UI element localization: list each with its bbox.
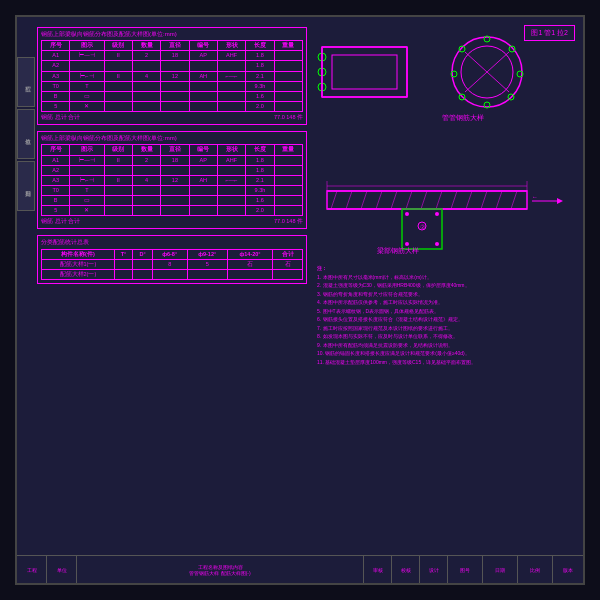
note-8: 8. 如发现本图与实际不符，应及时与设计单位联系，不得修改。 — [317, 333, 573, 341]
note-10: 10. 钢筋的锚固长度和搭接长度应满足设计和规范要求(最小值≥40d)。 — [317, 350, 573, 358]
table-row: 配筋大样2(一) — [42, 269, 303, 279]
col-header: 图示 — [70, 145, 104, 155]
svg-line-36 — [496, 191, 502, 209]
svg-line-32 — [436, 191, 442, 209]
btb-date: 日期 — [483, 556, 518, 583]
table-row: 配筋大样1(一)85石石 — [42, 259, 303, 269]
svg-line-25 — [331, 191, 337, 209]
top-table-section: 钢筋上部梁纵向钢筋分布图及配筋大样图(单位:mm) 序号 图示 级别 数量 直径… — [37, 27, 307, 125]
top-table-footer: 钢筋 总计 合计 77.0 148 件 — [41, 114, 303, 121]
svg-text:←: ← — [532, 194, 538, 200]
notes-section: 注： 1. 本图中所有尺寸以毫米(mm)计，标高以米(m)计。 2. 混凝土强度… — [317, 265, 573, 366]
btb-unit: 单位 — [47, 556, 77, 583]
svg-point-41 — [405, 242, 409, 246]
col-header: 序号 — [42, 145, 70, 155]
svg-line-33 — [451, 191, 457, 209]
col-header: 合计 — [273, 249, 303, 259]
table-row: T0T9.3h — [42, 81, 303, 91]
note-2: 2. 混凝土强度等级为C30，钢筋采用HRB400级，保护层厚度40mm。 — [317, 282, 573, 290]
bottom-table: 序号 图示 级别 数量 直径 编号 形状 长度 重量 — [41, 144, 303, 216]
col-header: D° — [133, 249, 152, 259]
sidebar-tab-date: 日期 — [17, 161, 35, 211]
col-header: 编号 — [189, 41, 217, 51]
left-sidebar: 工程 单位 日期 — [17, 57, 35, 211]
diagram1-svg: 管管钢筋大样 — [317, 27, 577, 152]
table-row: 5✕2.0 — [42, 102, 303, 112]
bottom-table-footer: 钢筋 总计 合计 77.0 148 件 — [41, 218, 303, 225]
footer-left-2: 钢筋 总计 合计 — [41, 218, 80, 225]
col-header: 数量 — [132, 41, 160, 51]
top-table-title: 钢筋上部梁纵向钢筋分布图及配筋大样图(单位:mm) — [41, 31, 303, 38]
btb-drawing-type: 管管钢筋大样 配筋大样图(-) — [189, 570, 250, 576]
svg-marker-46 — [557, 198, 563, 204]
svg-rect-1 — [332, 55, 397, 89]
svg-line-28 — [376, 191, 382, 209]
btb-design: 设计 — [420, 556, 448, 583]
note-1: 1. 本图中所有尺寸以毫米(mm)计，标高以米(m)计。 — [317, 274, 573, 282]
note-11: 11. 基础混凝土垫层厚度100mm，强度等级C15，详见基础平面布置图。 — [317, 359, 573, 367]
col-header: T° — [114, 249, 132, 259]
svg-line-35 — [481, 191, 487, 209]
svg-line-37 — [511, 191, 517, 209]
svg-line-26 — [346, 191, 352, 209]
svg-line-30 — [406, 191, 412, 209]
col-header: 编号 — [189, 145, 217, 155]
table-row: A21.8 — [42, 165, 303, 175]
col-header: 形状 — [217, 41, 245, 51]
table-row: A21.8 — [42, 61, 303, 71]
note-5: 5. 图中T表示螺纹钢，D表示圆钢，具体规格见配筋表。 — [317, 308, 573, 316]
bottom-title-block: 工程 单位 工程名称及图纸内容 管管钢筋大样 配筋大样图(-) 审核 校核 设计… — [17, 555, 583, 583]
note-4: 4. 本图中所示配筋仅供参考，施工时应以实际情况为准。 — [317, 299, 573, 307]
svg-line-34 — [466, 191, 472, 209]
svg-line-29 — [391, 191, 397, 209]
sidebar-tab-project: 工程 — [17, 57, 35, 107]
note-7: 7. 施工时应按照国家现行规范及本设计图纸的要求进行施工。 — [317, 325, 573, 333]
svg-point-42 — [435, 242, 439, 246]
svg-point-39 — [405, 212, 409, 216]
col-header: ф9-12° — [187, 249, 227, 259]
footer-left: 钢筋 总计 合计 — [41, 114, 80, 121]
svg-point-40 — [435, 212, 439, 216]
col-header: 级别 — [104, 145, 132, 155]
btb-project: 工程 — [17, 556, 47, 583]
btb-drawing-no: 图号 — [448, 556, 483, 583]
footer-right-2: 77.0 148 件 — [274, 218, 303, 225]
table-row: B▭1.6 — [42, 196, 303, 206]
svg-text:梁部钢筋大样: 梁部钢筋大样 — [377, 247, 419, 254]
drawing-area: 图1 管1 拉2 工程 单位 日期 钢筋上部梁纵向钢筋分布图及配筋大样图(单位:… — [15, 15, 585, 585]
col-header: 直径 — [161, 41, 189, 51]
btb-version: 版本 — [553, 556, 583, 583]
diagram1-area: 管管钢筋大样 — [317, 27, 573, 157]
col-header: 序号 — [42, 41, 70, 51]
col-header: 形状 — [217, 145, 245, 155]
note-6: 6. 钢筋接头位置及搭接长度应符合《混凝土结构设计规范》规定。 — [317, 316, 573, 324]
top-table: 序号 图示 级别 数量 直径 编号 形状 长度 重量 — [41, 40, 303, 112]
note-3: 3. 钢筋的弯折角度和弯折尺寸应符合规范要求。 — [317, 291, 573, 299]
col-header: 直径 — [161, 145, 189, 155]
summary-table-title: 分类配筋统计总表 — [41, 239, 303, 246]
svg-line-27 — [361, 191, 367, 209]
diagram2-area: ② ← 梁部钢筋大样 — [317, 161, 573, 261]
sidebar-tab-unit: 单位 — [17, 109, 35, 159]
svg-text:管管钢筋大样: 管管钢筋大样 — [442, 114, 484, 121]
col-header: 数量 — [132, 145, 160, 155]
table-row: A3⊢⌐⊣II412AH⌐—⌐2.1 — [42, 175, 303, 185]
btb-main-title: 工程名称及图纸内容 管管钢筋大样 配筋大样图(-) — [77, 556, 364, 583]
btb-review: 审核 — [364, 556, 392, 583]
bottom-table-section: 钢筋上部梁纵向钢筋分布图及配筋大样图(单位:mm) 序号 图示 级别 数量 直径… — [37, 131, 307, 229]
left-panel: 钢筋上部梁纵向钢筋分布图及配筋大样图(单位:mm) 序号 图示 级别 数量 直径… — [37, 27, 307, 553]
svg-text:②: ② — [420, 224, 425, 230]
btb-scale: 比例 — [518, 556, 553, 583]
summary-table-section: 分类配筋统计总表 构件名称(件) T° D° ф6-8° ф9-12° ф14-… — [37, 235, 307, 284]
col-header: 重量 — [274, 41, 302, 51]
bottom-table-title: 钢筋上部梁纵向钢筋分布图及配筋大样图(单位:mm) — [41, 135, 303, 142]
note-9: 9. 本图中所有配筋均须满足抗震设防要求，见结构设计说明。 — [317, 342, 573, 350]
footer-right: 77.0 148 件 — [274, 114, 303, 121]
col-header: ф14-20° — [227, 249, 273, 259]
btb-check: 校核 — [392, 556, 420, 583]
col-header: 构件名称(件) — [42, 249, 115, 259]
table-row: T0T9.3h — [42, 185, 303, 195]
outer-frame: 图1 管1 拉2 工程 单位 日期 钢筋上部梁纵向钢筋分布图及配筋大样图(单位:… — [0, 0, 600, 600]
table-row: A1⊢—⊣II218APAHF1.8 — [42, 155, 303, 165]
table-row: B▭1.6 — [42, 91, 303, 101]
